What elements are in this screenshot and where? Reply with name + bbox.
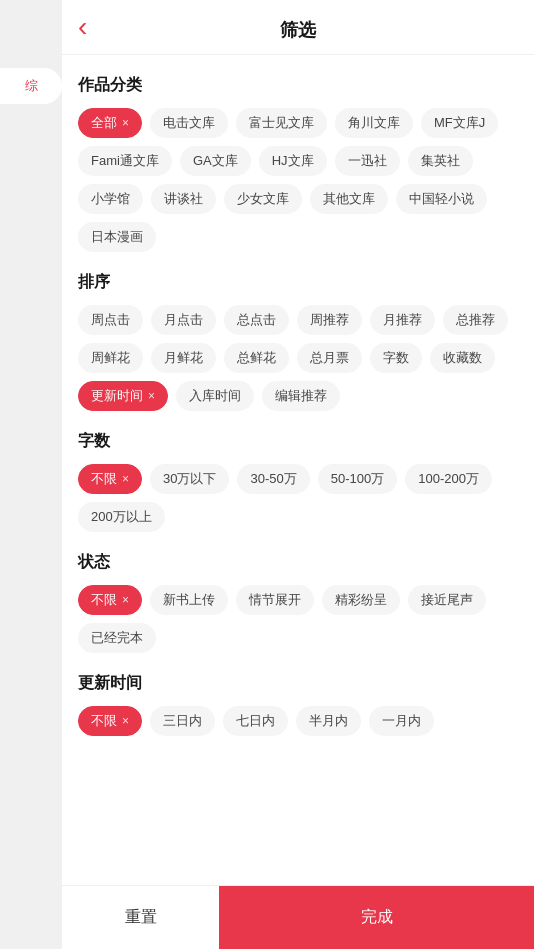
sidebar-tab-label: 综: [25, 77, 38, 95]
wordcount-section: 字数 不限×30万以下30-50万50-100万100-200万200万以上: [78, 431, 518, 532]
tag-item[interactable]: 一迅社: [335, 146, 400, 176]
tag-item[interactable]: 不限×: [78, 464, 142, 494]
tag-item[interactable]: 总推荐: [443, 305, 508, 335]
tag-item[interactable]: 七日内: [223, 706, 288, 736]
update-time-title: 更新时间: [78, 673, 518, 694]
tag-item[interactable]: 角川文库: [335, 108, 413, 138]
wordcount-tags: 不限×30万以下30-50万50-100万100-200万200万以上: [78, 464, 518, 532]
tag-item[interactable]: 字数: [370, 343, 422, 373]
reset-button[interactable]: 重置: [62, 886, 219, 949]
confirm-button[interactable]: 完成: [219, 886, 534, 949]
filter-content: 作品分类 全部×电击文库富士见文库角川文库MF文库JFami通文库GA文库HJ文…: [62, 55, 534, 885]
tag-item[interactable]: GA文库: [180, 146, 251, 176]
back-icon: [78, 13, 87, 41]
sidebar-active-tab[interactable]: 综: [0, 68, 62, 104]
panel-title: 筛选: [280, 18, 316, 42]
tag-close-icon[interactable]: ×: [122, 116, 129, 130]
tag-item[interactable]: 不限×: [78, 585, 142, 615]
sort-title: 排序: [78, 272, 518, 293]
sidebar-background: [0, 0, 62, 949]
tag-item[interactable]: 月点击: [151, 305, 216, 335]
tag-close-icon[interactable]: ×: [122, 472, 129, 486]
wordcount-title: 字数: [78, 431, 518, 452]
tag-item[interactable]: 三日内: [150, 706, 215, 736]
tag-item[interactable]: 情节展开: [236, 585, 314, 615]
tag-item[interactable]: Fami通文库: [78, 146, 172, 176]
category-title: 作品分类: [78, 75, 518, 96]
tag-item[interactable]: 月鲜花: [151, 343, 216, 373]
tag-close-icon[interactable]: ×: [122, 714, 129, 728]
tag-item[interactable]: 总点击: [224, 305, 289, 335]
tag-item[interactable]: 不限×: [78, 706, 142, 736]
tag-item[interactable]: 200万以上: [78, 502, 165, 532]
tag-item[interactable]: 新书上传: [150, 585, 228, 615]
tag-item[interactable]: 周鲜花: [78, 343, 143, 373]
tag-item[interactable]: 日本漫画: [78, 222, 156, 252]
tag-item[interactable]: HJ文库: [259, 146, 327, 176]
tag-item[interactable]: 收藏数: [430, 343, 495, 373]
update-time-tags: 不限×三日内七日内半月内一月内: [78, 706, 518, 736]
tag-item[interactable]: 月推荐: [370, 305, 435, 335]
status-title: 状态: [78, 552, 518, 573]
sort-section: 排序 周点击月点击总点击周推荐月推荐总推荐周鲜花月鲜花总鲜花总月票字数收藏数更新…: [78, 272, 518, 411]
category-tags: 全部×电击文库富士见文库角川文库MF文库JFami通文库GA文库HJ文库一迅社集…: [78, 108, 518, 252]
tag-item[interactable]: 半月内: [296, 706, 361, 736]
tag-item[interactable]: 100-200万: [405, 464, 492, 494]
tag-close-icon[interactable]: ×: [122, 593, 129, 607]
tag-item[interactable]: 已经完本: [78, 623, 156, 653]
tag-item[interactable]: 少女文库: [224, 184, 302, 214]
tag-item[interactable]: 总月票: [297, 343, 362, 373]
tag-item[interactable]: 中国轻小说: [396, 184, 487, 214]
filter-panel: 筛选 作品分类 全部×电击文库富士见文库角川文库MF文库JFami通文库GA文库…: [62, 0, 534, 949]
tag-item[interactable]: MF文库J: [421, 108, 498, 138]
tag-item[interactable]: 50-100万: [318, 464, 397, 494]
tag-item[interactable]: 全部×: [78, 108, 142, 138]
back-button[interactable]: [78, 13, 87, 41]
tag-item[interactable]: 集英社: [408, 146, 473, 176]
update-time-section: 更新时间 不限×三日内七日内半月内一月内: [78, 673, 518, 736]
tag-item[interactable]: 周点击: [78, 305, 143, 335]
panel-header: 筛选: [62, 0, 534, 55]
tag-item[interactable]: 周推荐: [297, 305, 362, 335]
status-tags: 不限×新书上传情节展开精彩纷呈接近尾声已经完本: [78, 585, 518, 653]
tag-item[interactable]: 其他文库: [310, 184, 388, 214]
tag-item[interactable]: 富士见文库: [236, 108, 327, 138]
status-section: 状态 不限×新书上传情节展开精彩纷呈接近尾声已经完本: [78, 552, 518, 653]
tag-close-icon[interactable]: ×: [148, 389, 155, 403]
tag-item[interactable]: 30万以下: [150, 464, 229, 494]
tag-item[interactable]: 更新时间×: [78, 381, 168, 411]
tag-item[interactable]: 精彩纷呈: [322, 585, 400, 615]
tag-item[interactable]: 一月内: [369, 706, 434, 736]
tag-item[interactable]: 编辑推荐: [262, 381, 340, 411]
tag-item[interactable]: 讲谈社: [151, 184, 216, 214]
tag-item[interactable]: 接近尾声: [408, 585, 486, 615]
tag-item[interactable]: 小学馆: [78, 184, 143, 214]
tag-item[interactable]: 电击文库: [150, 108, 228, 138]
category-section: 作品分类 全部×电击文库富士见文库角川文库MF文库JFami通文库GA文库HJ文…: [78, 75, 518, 252]
sort-tags: 周点击月点击总点击周推荐月推荐总推荐周鲜花月鲜花总鲜花总月票字数收藏数更新时间×…: [78, 305, 518, 411]
tag-item[interactable]: 总鲜花: [224, 343, 289, 373]
tag-item[interactable]: 30-50万: [237, 464, 309, 494]
footer: 重置 完成: [62, 885, 534, 949]
tag-item[interactable]: 入库时间: [176, 381, 254, 411]
